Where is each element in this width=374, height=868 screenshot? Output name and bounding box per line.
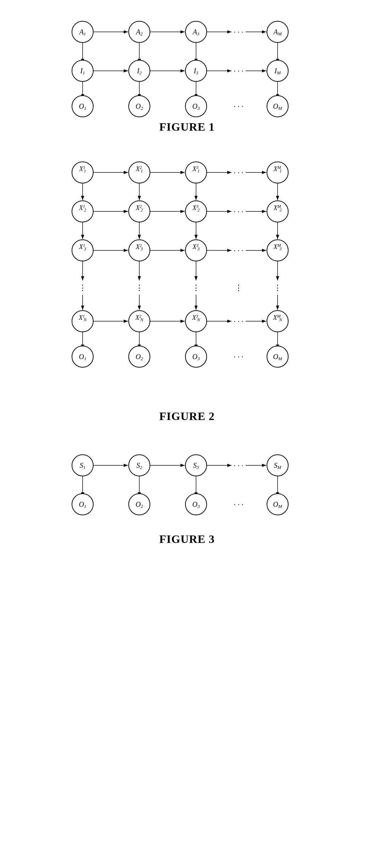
svg-point-68 (185, 162, 207, 183)
svg-point-76 (185, 240, 207, 261)
fig3-dots-row1: · · · (234, 461, 244, 470)
fig2-dots-rn: · · · (234, 317, 244, 326)
svg-point-74 (72, 240, 93, 261)
figure1-label: FIGURE 1 (159, 120, 214, 134)
svg-point-72 (185, 201, 207, 222)
fig2-x13: X31 (192, 165, 200, 174)
fig2-x31: X13 (79, 243, 86, 251)
fig2-dots-r2: · · · (234, 207, 244, 216)
fig2-x32: X23 (135, 243, 143, 251)
fig2-x23: X32 (192, 204, 200, 212)
figure1-section: A1 A2 A3 · · · AM I1 I2 I3 (7, 14, 367, 134)
fig2-dots-r3: · · · (234, 246, 244, 255)
fig2-vdots-c5: ⋮ (274, 283, 281, 292)
figure1-diagram: A1 A2 A3 · · · AM I1 I2 I3 (54, 14, 320, 113)
svg-point-70 (72, 201, 93, 222)
fig3-dots-row2: · · · (234, 500, 244, 509)
figure3-diagram: S1 S2 S3 · · · SM O1 O2 O3 (54, 444, 320, 526)
fig1-dots-row3: · · · (234, 102, 244, 111)
svg-point-67 (129, 162, 150, 183)
fig2-dots-out: · · · (234, 352, 244, 361)
svg-point-66 (72, 162, 93, 183)
figure3-label: FIGURE 3 (159, 533, 214, 546)
fig2-x33: X33 (192, 243, 200, 251)
fig2-vdots-c4: ⋮ (235, 283, 242, 292)
fig2-x12: X21 (135, 165, 143, 174)
fig2-vdots-c3: ⋮ (192, 283, 200, 292)
fig2-x11: X11 (79, 165, 86, 174)
fig2-x22: X22 (135, 204, 143, 212)
svg-point-71 (129, 201, 150, 222)
figure3-section: S1 S2 S3 · · · SM O1 O2 O3 (7, 444, 367, 546)
figure2-label: FIGURE 2 (159, 410, 214, 423)
fig2-vdots-c1: ⋮ (79, 283, 86, 292)
fig1-dots-row1: · · · (234, 28, 244, 36)
fig2-dots-r1: · · · (234, 168, 244, 177)
figure2-diagram: X11 X21 X31 · · · XM1 X12 X22 X32 · · · … (54, 155, 320, 403)
fig2-x21: X12 (79, 204, 86, 212)
fig2-vdots-c2: ⋮ (135, 283, 143, 292)
figure2-section: X11 X21 X31 · · · XM1 X12 X22 X32 · · · … (7, 155, 367, 423)
fig1-dots-row2: · · · (234, 67, 244, 75)
svg-point-75 (129, 240, 150, 261)
